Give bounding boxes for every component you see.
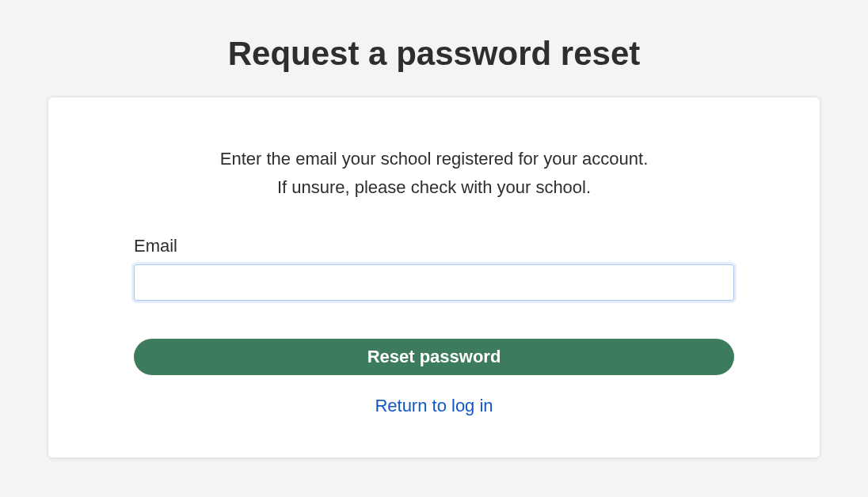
reset-card: Enter the email your school registered f… [48, 97, 820, 458]
reset-password-button[interactable]: Reset password [134, 339, 734, 375]
instruction-line-1: Enter the email your school registered f… [220, 149, 649, 169]
page-title: Request a password reset [48, 35, 820, 73]
email-input[interactable] [134, 264, 734, 301]
instructions: Enter the email your school registered f… [134, 145, 734, 203]
instruction-line-2: If unsure, please check with your school… [277, 177, 591, 197]
return-to-login-link[interactable]: Return to log in [375, 396, 493, 415]
email-label: Email [134, 236, 734, 256]
